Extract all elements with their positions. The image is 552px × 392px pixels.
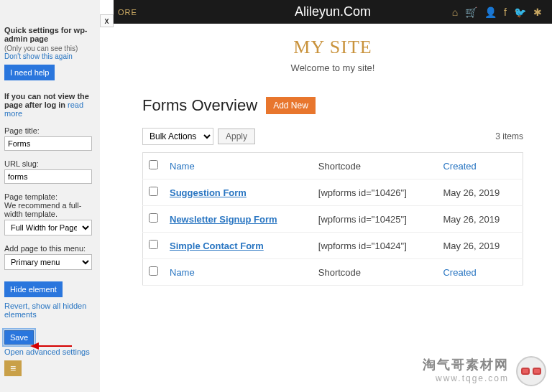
page-title-input[interactable] xyxy=(4,136,92,151)
col-name-foot[interactable]: Name xyxy=(164,259,313,286)
top-bar: ORE Alileyun.Com ⌂ 🛒 👤 f 🐦 ✱ xyxy=(114,0,552,24)
row-checkbox[interactable] xyxy=(149,187,158,196)
table-row: Simple Contact Form [wpforms id="10424"]… xyxy=(143,233,523,259)
col-created-foot[interactable]: Created xyxy=(437,259,523,286)
shortcode-cell: [wpforms id="10425"] xyxy=(313,206,438,233)
form-name-link[interactable]: Simple Contact Form xyxy=(170,241,264,251)
annotation-arrow xyxy=(30,342,72,350)
col-shortcode: Shortcode xyxy=(313,153,438,179)
twitter-icon[interactable]: 🐦 xyxy=(514,6,526,18)
cart-icon[interactable]: 🛒 xyxy=(465,6,477,18)
menu-label: Add page to this menu: xyxy=(4,244,96,253)
shortcode-cell: [wpforms id="10426"] xyxy=(313,179,438,206)
visibility-note: (Only you can see this) Don't show this … xyxy=(4,45,96,60)
row-checkbox[interactable] xyxy=(149,213,158,223)
settings-sidebar: Quick settings for wp-admin page (Only y… xyxy=(0,0,100,392)
menu-select[interactable]: Primary menu xyxy=(4,254,92,270)
main-area: MY SITE Welcome to my site! Forms Overvi… xyxy=(114,24,552,392)
forms-table: Name Shortcode Created Suggestion Form [… xyxy=(142,152,523,286)
template-note: We recommend a full-width template. xyxy=(4,201,96,218)
hamburger-button[interactable]: ≡ xyxy=(4,360,22,376)
store-label: ORE xyxy=(118,8,137,17)
site-url: Alileyun.Com xyxy=(295,4,371,19)
watermark: 淘气哥素材网 www.tqge.com xyxy=(423,356,509,383)
site-header: MY SITE Welcome to my site! xyxy=(114,24,552,86)
shortcode-cell: [wpforms id="10424"] xyxy=(313,233,438,259)
sidebar-heading: Quick settings for wp-admin page xyxy=(4,26,96,43)
row-checkbox[interactable] xyxy=(149,240,158,249)
save-button[interactable]: Save xyxy=(4,330,34,345)
template-label: Page template: xyxy=(4,192,96,201)
site-tagline: Welcome to my site! xyxy=(114,62,552,73)
page-title-label: Page title: xyxy=(4,126,96,135)
created-cell: May 26, 2019 xyxy=(437,179,523,206)
col-name[interactable]: Name xyxy=(164,153,313,179)
select-all-checkbox[interactable] xyxy=(149,160,158,169)
add-new-button[interactable]: Add New xyxy=(266,97,316,114)
template-select[interactable]: Full Width for Page Builder xyxy=(4,220,92,235)
created-cell: May 26, 2019 xyxy=(437,233,523,259)
page-heading: Forms Overview xyxy=(142,96,257,115)
rss-icon[interactable]: ✱ xyxy=(533,6,542,18)
site-title: MY SITE xyxy=(114,37,552,58)
top-icons: ⌂ 🛒 👤 f 🐦 ✱ xyxy=(452,6,542,18)
cant-view-note: If you can not view the page after log i… xyxy=(4,92,96,118)
mascot-icon xyxy=(516,356,546,386)
need-help-button[interactable]: I need help xyxy=(4,65,55,80)
select-all-checkbox-foot[interactable] xyxy=(149,266,158,276)
url-slug-input[interactable] xyxy=(4,169,92,184)
facebook-icon[interactable]: f xyxy=(504,6,507,18)
table-row: Suggestion Form [wpforms id="10426"] May… xyxy=(143,179,523,206)
bulk-actions-select[interactable]: Bulk Actions xyxy=(142,128,213,145)
items-count: 3 items xyxy=(495,131,523,141)
form-name-link[interactable]: Suggestion Form xyxy=(170,187,247,198)
revert-link[interactable]: Revert, show all hidden elements xyxy=(4,302,86,319)
url-slug-label: URL slug: xyxy=(4,159,96,168)
user-icon[interactable]: 👤 xyxy=(484,6,497,18)
close-panel-button[interactable]: x xyxy=(100,14,114,27)
col-created[interactable]: Created xyxy=(437,153,523,179)
col-shortcode-foot: Shortcode xyxy=(313,259,438,286)
form-name-link[interactable]: Newsletter Signup Form xyxy=(170,214,277,225)
apply-button[interactable]: Apply xyxy=(218,129,255,144)
house-icon[interactable]: ⌂ xyxy=(452,6,458,18)
dont-show-link[interactable]: Don't show this again xyxy=(4,52,73,60)
hide-element-button[interactable]: Hide element xyxy=(4,281,63,297)
table-row: Newsletter Signup Form [wpforms id="1042… xyxy=(143,206,523,233)
created-cell: May 26, 2019 xyxy=(437,206,523,233)
